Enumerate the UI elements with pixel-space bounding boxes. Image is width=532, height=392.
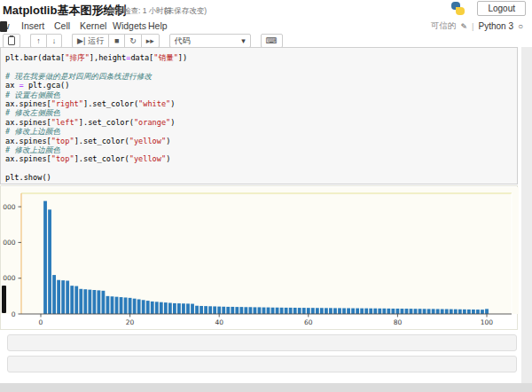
svg-text:60: 60 (304, 318, 313, 326)
edit-pencil-icon: ✎ (460, 22, 467, 31)
command-palette-button[interactable]: ⌨ (261, 34, 283, 48)
cell-output-area: 0204060801000000000000 (0, 185, 518, 330)
cell-type-value: 代码 (175, 35, 241, 47)
menu-cell[interactable]: Cell (54, 20, 70, 31)
menu-widgets[interactable]: Widgets (113, 20, 146, 31)
move-cell-up-button[interactable]: ↑ (30, 34, 46, 48)
restart-kernel-button[interactable]: ↻ (124, 34, 141, 48)
divider: | (472, 21, 473, 31)
chevron-down-icon: ▾ (241, 36, 246, 45)
svg-text:0: 0 (12, 310, 16, 318)
clipboard-icon (8, 36, 15, 45)
kernel-idle-icon: ○ (518, 21, 523, 31)
menu-kernel[interactable]: Kernel (80, 20, 106, 31)
menu-help[interactable]: Help (148, 20, 168, 31)
svg-text:000: 000 (3, 274, 16, 282)
overlay-artifact-top (0, 21, 7, 32)
code-cell-input[interactable]: plt.bar(data["排序"],height=data["销量"]) # … (0, 47, 518, 184)
svg-text:000: 000 (3, 239, 16, 247)
run-icon: ▶| (77, 36, 85, 45)
notebook-header: Matplotlib基本图形绘制 最后检查: 1 小时前 (未保存改变) Log… (0, 0, 532, 19)
kernel-name: Python 3 (478, 21, 512, 31)
svg-text:100: 100 (481, 318, 494, 326)
paste-button[interactable] (3, 34, 20, 48)
svg-text:80: 80 (394, 318, 403, 326)
checkpoint-status: 最后检查: 1 小时前 (108, 6, 171, 17)
menu-insert[interactable]: Insert (21, 20, 44, 31)
overlay-artifact-left (2, 286, 6, 313)
run-label: 运行 (88, 35, 104, 47)
trusted-badge: 可信的 (431, 20, 457, 32)
cell-type-dropdown[interactable]: 代码 ▾ (169, 34, 251, 48)
empty-cell[interactable] (7, 334, 517, 351)
move-cell-down-button[interactable]: ↓ (46, 34, 62, 48)
unsaved-changes-status: (未保存改变) (164, 6, 207, 17)
jupyter-notebook-page: Matplotlib基本图形绘制 最后检查: 1 小时前 (未保存改变) Log… (0, 0, 532, 392)
svg-text:20: 20 (126, 318, 135, 326)
bottom-strip (0, 383, 532, 392)
python-logo-icon (451, 2, 465, 15)
matplotlib-bar-chart: 0204060801000000000000 (1, 187, 519, 330)
code-lines: plt.bar(data["排序"],height=data["销量"]) # … (5, 53, 517, 183)
logout-button[interactable]: Logout (477, 1, 526, 16)
empty-cell[interactable] (7, 356, 517, 372)
run-cell-button[interactable]: ▶| 运行 (72, 34, 108, 48)
svg-text:40: 40 (215, 318, 223, 326)
restart-run-all-button[interactable]: ▸▸ (141, 34, 160, 48)
page-gutter (521, 47, 532, 383)
svg-text:000: 000 (3, 203, 16, 211)
svg-text:0: 0 (39, 318, 43, 326)
toolbar: ↑ ↓ ▶| 运行 ■ ↻ ▸▸ 代码 ▾ ⌨ (0, 34, 532, 48)
kernel-indicator-area: 可信的 ✎ | Python 3 ○ (431, 20, 523, 32)
interrupt-kernel-button[interactable]: ■ (108, 34, 124, 48)
menubar: w Insert Cell Kernel Widgets Help 可信的 ✎ … (0, 19, 532, 34)
